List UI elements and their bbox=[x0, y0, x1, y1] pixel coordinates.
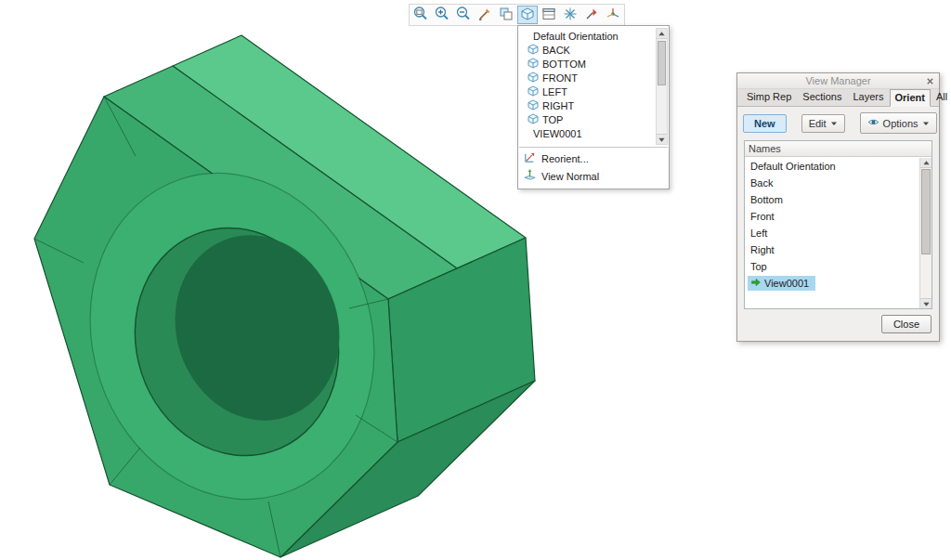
names-header: Names bbox=[745, 141, 931, 157]
dialog-titlebar[interactable]: View Manager bbox=[737, 73, 939, 89]
dialog-footer: Close bbox=[737, 309, 939, 341]
current-view-arrow-icon bbox=[750, 277, 762, 290]
chevron-down-icon bbox=[922, 118, 930, 129]
refit-icon bbox=[413, 7, 428, 24]
spin-center-button[interactable] bbox=[603, 6, 623, 24]
zoom-out-button[interactable] bbox=[453, 6, 474, 24]
tab-all[interactable]: All bbox=[931, 88, 951, 106]
refit-button[interactable] bbox=[410, 6, 431, 24]
reorient-icon bbox=[523, 150, 537, 166]
orientation-row-top[interactable]: Top bbox=[745, 258, 919, 275]
view-manager-tabs: Simp Rep Sections Layers Orient All bbox=[737, 89, 939, 107]
cube-icon bbox=[528, 72, 539, 85]
orientation-item-left[interactable]: LEFT bbox=[518, 85, 654, 98]
edit-button[interactable]: Edit bbox=[801, 114, 845, 133]
display-style-button[interactable] bbox=[496, 6, 516, 24]
hex-nut-model[interactable] bbox=[0, 0, 576, 560]
orientation-row-front[interactable]: Front bbox=[745, 208, 919, 225]
orientation-row-default-orientation[interactable]: Default Orientation bbox=[745, 158, 919, 175]
orientation-item-right[interactable]: RIGHT bbox=[518, 98, 654, 112]
display-style-icon bbox=[499, 7, 514, 24]
orientation-item-bottom[interactable]: BOTTOM bbox=[518, 57, 654, 71]
scroll-up-icon[interactable] bbox=[920, 158, 931, 168]
cube-icon bbox=[528, 99, 539, 112]
view-toolbar bbox=[409, 4, 625, 26]
view-manager-button[interactable] bbox=[539, 6, 559, 24]
names-rows: Default Orientation Back Bottom Front Le… bbox=[745, 158, 919, 308]
view-manager-toolbar: New Edit Options bbox=[737, 107, 939, 138]
scrollbar-thumb[interactable] bbox=[658, 41, 666, 85]
orientation-row-left[interactable]: Left bbox=[745, 225, 919, 241]
view-normal-icon bbox=[523, 168, 537, 184]
tab-orient[interactable]: Orient bbox=[890, 89, 931, 107]
saved-orientations-menu: Default Orientation BACK BOTTOM FRONT LE… bbox=[517, 25, 670, 189]
close-button[interactable]: Close bbox=[881, 315, 931, 333]
datum-display-button[interactable] bbox=[560, 6, 580, 24]
tab-simp-rep[interactable]: Simp Rep bbox=[741, 88, 797, 106]
new-button[interactable]: New bbox=[743, 114, 787, 133]
orientation-view-list: Default Orientation BACK BOTTOM FRONT LE… bbox=[518, 29, 654, 140]
datum-display-icon bbox=[563, 7, 578, 24]
tab-layers[interactable]: Layers bbox=[848, 88, 890, 106]
scroll-down-icon[interactable] bbox=[657, 134, 667, 144]
list-scrollbar[interactable] bbox=[919, 158, 931, 308]
orientation-row-right[interactable]: Right bbox=[745, 241, 919, 258]
cube-icon bbox=[528, 44, 539, 57]
zoom-out-icon bbox=[456, 7, 471, 24]
orientation-item-default-orientation[interactable]: Default Orientation bbox=[518, 29, 654, 43]
cube-icon bbox=[528, 113, 539, 126]
cube-icon bbox=[528, 85, 539, 98]
scroll-down-icon[interactable] bbox=[920, 298, 931, 308]
orientation-row-view0001[interactable]: View0001 bbox=[745, 275, 919, 292]
orientation-item-back[interactable]: BACK bbox=[518, 43, 654, 57]
orientation-action-list: Reorient... View Normal bbox=[518, 150, 669, 185]
close-icon[interactable] bbox=[923, 75, 936, 87]
zoom-in-icon bbox=[435, 7, 449, 24]
saved-orientations-icon bbox=[520, 7, 535, 24]
orientation-action-view-normal[interactable]: View Normal bbox=[518, 167, 669, 185]
repaint-icon bbox=[477, 7, 492, 24]
zoom-in-button[interactable] bbox=[432, 6, 452, 24]
options-button[interactable]: Options bbox=[860, 112, 937, 134]
dialog-title: View Manager bbox=[805, 75, 870, 86]
annotation-display-button[interactable] bbox=[581, 6, 602, 24]
annotation-display-icon bbox=[584, 7, 599, 24]
view-manager-icon bbox=[541, 7, 556, 24]
tab-sections[interactable]: Sections bbox=[797, 88, 847, 106]
orientation-row-back[interactable]: Back bbox=[745, 175, 919, 191]
names-list: Names Default Orientation Back Bottom Fr… bbox=[744, 140, 932, 309]
orientation-row-bottom[interactable]: Bottom bbox=[745, 191, 919, 208]
repaint-button[interactable] bbox=[475, 6, 495, 24]
saved-orientations-button[interactable] bbox=[517, 6, 538, 24]
spin-center-icon bbox=[606, 7, 620, 24]
menu-separator bbox=[519, 147, 668, 148]
chevron-down-icon bbox=[830, 118, 838, 129]
orientation-item-view0001[interactable]: VIEW0001 bbox=[518, 126, 654, 140]
view-manager-dialog: View Manager Simp Rep Sections Layers Or… bbox=[736, 72, 940, 342]
orientation-action-reorient[interactable]: Reorient... bbox=[518, 150, 669, 167]
eye-icon bbox=[867, 116, 879, 130]
dropdown-scrollbar[interactable] bbox=[656, 28, 668, 145]
orientation-item-front[interactable]: FRONT bbox=[518, 71, 654, 85]
orientation-item-top[interactable]: TOP bbox=[518, 112, 654, 126]
cube-icon bbox=[528, 58, 539, 71]
scroll-up-icon[interactable] bbox=[657, 29, 667, 39]
scrollbar-thumb[interactable] bbox=[921, 169, 931, 254]
